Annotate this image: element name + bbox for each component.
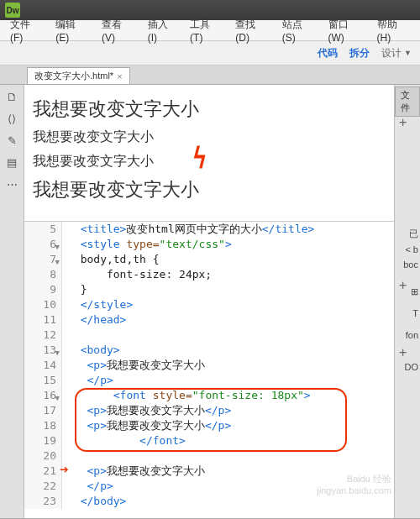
file-icon[interactable]: 🗋 [4, 90, 19, 103]
panel-label-3: boc [403, 260, 418, 270]
right-panel: 文件 + 已 < b boc + ⊞ T fon + DO [394, 85, 420, 518]
file-tab[interactable]: 改变文字大小.html* × [27, 67, 130, 84]
more-icon[interactable]: ⋯ [4, 177, 19, 191]
files-panel-tab[interactable]: 文件 [395, 86, 420, 117]
lightning-icon: ϟ [192, 141, 207, 175]
layers-icon[interactable]: ▤ [4, 155, 19, 169]
menu-file[interactable]: 文件(F) [3, 18, 49, 44]
panel-label-1: 已 [409, 228, 418, 240]
plus-icon[interactable]: + [399, 115, 407, 130]
menu-site[interactable]: 站点(S) [276, 18, 322, 44]
panel-icon-2[interactable]: T [412, 308, 418, 318]
preview-text-4: 我想要改变文字大小 [33, 177, 386, 202]
file-tab-title: 改变文字大小.html* [34, 70, 113, 82]
document-tabs: 改变文字大小.html* × [0, 66, 420, 85]
wand-icon[interactable]: ✎ [4, 134, 19, 147]
panel-icon-1[interactable]: ⊞ [411, 286, 418, 297]
menu-tools[interactable]: 工具(T) [183, 18, 228, 44]
editor-content: 我想要改变文字大小 我想要改变文字大小 我想要改变文字大小 我想要改变文字大小 … [24, 85, 394, 518]
menu-insert[interactable]: 插入(I) [141, 18, 183, 44]
code-editor[interactable]: 5 <title>改变html网页中文字的大小</title> 6▼ <styl… [24, 222, 394, 518]
preview-text-3: 我想要改变文字大小 [33, 153, 386, 170]
panel-icon-4[interactable]: DO [405, 362, 419, 372]
menu-edit[interactable]: 编辑(E) [49, 18, 95, 44]
menu-find[interactable]: 查找(D) [228, 18, 275, 44]
close-icon[interactable]: × [117, 71, 122, 81]
live-preview: 我想要改变文字大小 我想要改变文字大小 我想要改变文字大小 我想要改变文字大小 … [24, 85, 394, 222]
menu-window[interactable]: 窗口(W) [322, 18, 370, 44]
view-split[interactable]: 拆分 [349, 46, 370, 60]
view-code[interactable]: 代码 [318, 46, 338, 60]
view-toolbar: 代码 拆分 设计▼ [0, 41, 420, 66]
app-logo: Dw [5, 3, 20, 18]
panel-icon-3[interactable]: fon [406, 330, 418, 340]
preview-text-2: 我想要改变文字大小 [33, 128, 386, 146]
menubar: 文件(F) 编辑(E) 查看(V) 插入(I) 工具(T) 查找(D) 站点(S… [0, 20, 420, 41]
menu-view[interactable]: 查看(V) [95, 18, 141, 44]
chevron-down-icon: ▼ [404, 49, 412, 57]
menu-help[interactable]: 帮助(H) [370, 18, 417, 44]
left-toolbar: 🗋 ⟨⟩ ✎ ▤ ⋯ [0, 85, 24, 518]
plus-icon-3[interactable]: + [399, 345, 407, 360]
plus-icon-2[interactable]: + [399, 278, 407, 293]
panel-label-2: < b [405, 244, 418, 254]
preview-text-1: 我想要改变文字大小 [33, 97, 386, 122]
view-design[interactable]: 设计▼ [381, 46, 412, 60]
brackets-icon[interactable]: ⟨⟩ [4, 112, 19, 125]
